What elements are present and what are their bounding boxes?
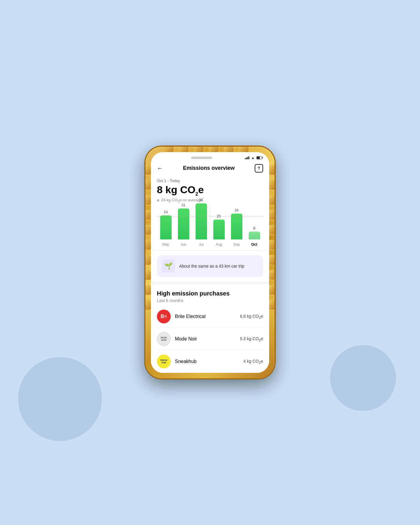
main-content: Oct 1 - Today 8 kg CO2e 24 kg CO2e on av… [151,176,269,277]
emission-number: 8 kg CO [157,184,195,195]
chart-bars: 24May31Jun36Jul20Aug26Sep8Oct [157,208,263,247]
bar-rect [178,208,189,239]
insight-card: 🌱 About the same as a 43 km car trip [157,255,263,277]
bar-value: 20 [217,214,221,218]
merchant-name: Sneakhub [175,359,239,364]
bar-chart: 24May31Jun36Jul20Aug26Sep8Oct [157,208,263,250]
merchant-emission: 5.3 kg CO2e [240,336,263,342]
merchant-logo-brite: B≡ [157,310,171,323]
bar-group-oct: 8Oct [245,226,263,247]
avg-value: 24 kg CO [161,198,178,202]
help-button[interactable]: ? [255,164,263,172]
status-bar: ▲ [151,152,269,162]
emission-value: 8 kg CO2e [157,184,263,196]
bar-rect [249,232,260,240]
purchase-row[interactable]: SNEAKHUBSneakhub4 kg CO2e [157,350,263,373]
bar-rect [213,220,225,240]
avg-dot-icon [157,199,159,202]
page-title: Emissions overview [183,165,235,171]
bar-label: Jun [181,242,186,247]
date-range: Oct 1 - Today [157,176,263,183]
bar-label: Sep [233,242,240,247]
bar-label: Oct [251,242,257,247]
bar-group-sep: 26Sep [228,208,245,247]
bar-value: 24 [164,210,168,214]
merchant-logo-mode: MODENOIR [157,332,171,346]
chart-divider [151,250,269,250]
bar-rect [160,215,172,239]
section-title: High emission purchases [157,284,263,297]
merchant-logo-sneakhub: SNEAKHUB [157,355,171,368]
bg-circle-left [18,357,102,441]
notch-pill [191,157,212,159]
bar-label: May [162,242,169,247]
avg-dashed-line [157,216,263,216]
insight-icon: 🌱 [162,260,175,273]
battery-fill [257,157,260,159]
battery-icon [256,156,262,159]
bar-value: 36 [199,198,203,202]
section-subtitle: Last 6 months [157,298,263,303]
bar-label: Aug [216,242,222,247]
bar-value: 26 [235,208,238,212]
signal-icon [245,156,249,159]
purchases-list: B≡ Brite Electrical6.8 kg CO2eMODENOIRMo… [157,305,263,373]
nav-bar: ← Emissions overview ? [151,162,269,176]
purchase-row[interactable]: B≡ Brite Electrical6.8 kg CO2e [157,305,263,328]
merchant-name: Brite Electrical [175,314,236,319]
wifi-icon: ▲ [251,156,255,160]
bar-label: Jul [199,242,203,247]
section-divider [151,282,269,284]
merchant-emission: 6.8 kg CO2e [240,314,263,320]
emission-suffix: e [198,184,204,195]
merchant-name: Mode Noir [175,336,236,342]
average-label: 24 kg CO2e on average [157,198,263,203]
bg-circle-right [330,345,396,411]
bar-rect [231,214,242,240]
bar-value: 31 [182,203,185,207]
high-emissions-section: High emission purchases Last 6 months B≡… [151,284,269,373]
phone-case: ▲ ← Emissions overview ? Oct 1 - Today 8… [146,147,274,379]
bar-group-may: 24May [157,210,175,247]
merchant-emission: 4 kg CO2e [243,359,263,364]
bar-group-jul: 36Jul [192,198,210,247]
phone-device: ▲ ← Emissions overview ? Oct 1 - Today 8… [151,152,269,373]
bar-value: 8 [253,226,255,230]
status-icons: ▲ [245,156,262,160]
purchase-row[interactable]: MODENOIRMode Noir5.3 kg CO2e [157,328,263,350]
bar-group-aug: 20Aug [210,214,228,247]
bar-rect [196,203,207,239]
back-button[interactable]: ← [157,165,163,172]
insight-text: About the same as a 43 km car trip [179,263,244,269]
bar-group-jun: 31Jun [175,203,192,247]
